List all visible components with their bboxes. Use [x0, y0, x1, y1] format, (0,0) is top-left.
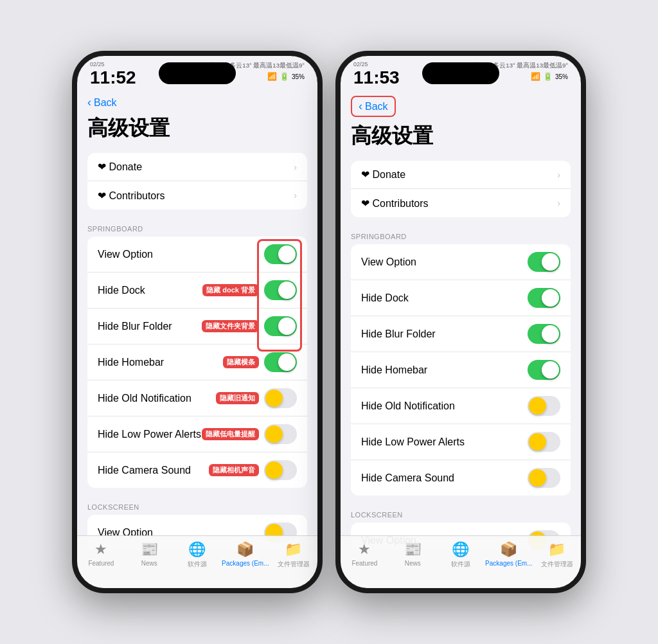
hide-old-notif-toggle-2[interactable]: [528, 396, 560, 416]
toggle-highlight-box: [257, 239, 302, 352]
back-label-2: Back: [365, 101, 388, 112]
featured-label-1: Featured: [88, 560, 114, 567]
battery-icon-2: 🔋: [543, 72, 553, 81]
tab-packages-2[interactable]: 📦 Packages (Em...: [485, 541, 533, 567]
hide-low-power-row-2[interactable]: Hide Low Power Alerts: [351, 424, 571, 460]
springboard-group-2: View Option Hide Dock Hide: [351, 244, 571, 496]
hide-homebar-label-1: Hide Homebar: [98, 357, 164, 368]
hide-low-power-row-1[interactable]: Hide Low Power Alerts 隐藏低电量提醒: [87, 416, 307, 452]
status-icons-2: 📶 🔋 35%: [531, 72, 568, 81]
hide-camera-sound-toggle-1[interactable]: [264, 460, 297, 480]
hide-camera-sound-row-1[interactable]: Hide Camera Sound 隐藏相机声音: [87, 452, 307, 488]
hide-blur-folder-label-1: Hide Blur Folder: [98, 321, 172, 332]
news-label-1: News: [141, 560, 157, 567]
links-group-2: ❤ Donate › ❤ Contributors ›: [351, 161, 571, 217]
tab-news-1[interactable]: 📰 News: [125, 541, 173, 567]
tab-news-2[interactable]: 📰 News: [389, 541, 437, 567]
tab-featured-1[interactable]: ★ Featured: [77, 541, 125, 567]
status-date-2: 02/25: [353, 61, 400, 67]
files-icon-2: 📁: [548, 541, 565, 558]
tab-files-2[interactable]: 📁 文件管理器: [533, 541, 581, 569]
springboard-header-1: SPRINGBOARD: [77, 222, 317, 237]
featured-label-2: Featured: [351, 560, 377, 567]
hide-camera-sound-label-1: Hide Camera Sound: [98, 465, 191, 476]
battery-percent-1: 35%: [292, 73, 305, 80]
tab-packages-1[interactable]: 📦 Packages (Em...: [221, 541, 269, 567]
tab-featured-2[interactable]: ★ Featured: [341, 541, 389, 567]
featured-icon-2: ★: [358, 541, 371, 558]
hide-low-power-label-1: Hide Low Power Alerts: [98, 429, 201, 440]
page-title-2: 高级设置: [341, 120, 581, 161]
tab-bar-2: ★ Featured 📰 News 🌐 软件源 📦 Packages (Em..…: [341, 535, 581, 588]
sources-icon-1: 🌐: [188, 541, 206, 558]
sources-icon-2: 🌐: [452, 541, 469, 558]
hide-blur-folder-row-2[interactable]: Hide Blur Folder: [351, 316, 571, 352]
tab-sources-1[interactable]: 🌐 软件源: [173, 541, 222, 569]
phone-1: 02/25 11:52 青鸟区 多云13° 最高温13最低温9° 📶 🔋 35%: [72, 51, 323, 593]
hide-old-notif-row-2[interactable]: Hide Old Notification: [351, 388, 571, 424]
contributors-row-2[interactable]: ❤ Contributors ›: [351, 189, 571, 217]
hide-dock-toggle-2[interactable]: [528, 288, 560, 308]
hide-old-notif-toggle-1[interactable]: [264, 388, 297, 408]
tab-sources-2[interactable]: 🌐 软件源: [437, 541, 485, 569]
screen-content-2[interactable]: ‹ Back 高级设置 ❤ Donate › ❤ Contributors ›: [341, 91, 581, 550]
hide-homebar-toggle-1[interactable]: [264, 352, 297, 372]
status-time-2: 11:53: [353, 69, 400, 87]
packages-icon-1: 📦: [236, 541, 254, 558]
tab-files-1[interactable]: 📁 文件管理器: [269, 541, 317, 569]
back-button-2[interactable]: ‹ Back: [351, 96, 396, 117]
status-date-1: 02/25: [90, 61, 136, 67]
camera-annotation: 隐藏相机声音: [209, 464, 259, 476]
phone-2: 02/25 11:53 青鸟区 多云13° 最高温13最低温9° 📶 🔋 35%: [335, 51, 586, 593]
hide-low-power-label-2: Hide Low Power Alerts: [361, 436, 465, 448]
page-title-1: 高级设置: [77, 112, 317, 153]
hide-homebar-label-2: Hide Homebar: [361, 364, 427, 376]
view-option-row-2[interactable]: View Option: [351, 244, 571, 280]
springboard-section-2: SPRINGBOARD View Option Hide Dock: [341, 230, 581, 496]
hide-homebar-row-2[interactable]: Hide Homebar: [351, 352, 571, 388]
dynamic-island-2: [422, 62, 499, 84]
hide-old-notif-row-1[interactable]: Hide Old Notification 隐藏旧通知: [87, 380, 307, 416]
signal-icon: 📶: [267, 72, 277, 81]
back-chevron-icon-1: ‹: [87, 96, 91, 109]
view-option-label-1: View Option: [98, 249, 153, 260]
featured-icon-1: ★: [94, 541, 107, 558]
hide-low-power-toggle-1[interactable]: [264, 424, 297, 444]
contributors-chevron-1: ›: [294, 190, 297, 201]
back-label-1: Back: [94, 97, 117, 109]
nav-bar-1: ‹ Back: [77, 91, 317, 112]
hide-low-power-toggle-2[interactable]: [528, 432, 560, 452]
dynamic-island-1: [159, 62, 236, 84]
view-option-toggle-2[interactable]: [528, 252, 560, 272]
hide-old-notif-label-1: Hide Old Notification: [98, 393, 191, 404]
donate-label-2: ❤ Donate: [361, 168, 405, 181]
hide-blur-toggle-2[interactable]: [528, 324, 560, 344]
battery-percent-2: 35%: [555, 73, 568, 80]
donate-label-1: ❤ Donate: [98, 161, 142, 173]
news-icon-2: 📰: [404, 541, 422, 558]
phones-container: 02/25 11:52 青鸟区 多云13° 最高温13最低温9° 📶 🔋 35%: [72, 51, 586, 593]
donate-row-1[interactable]: ❤ Donate ›: [87, 153, 307, 181]
contributors-label-2: ❤ Contributors: [361, 197, 429, 210]
battery-icon: 🔋: [280, 72, 289, 81]
springboard-header-2: SPRINGBOARD: [341, 230, 581, 244]
contributors-row-1[interactable]: ❤ Contributors ›: [87, 181, 307, 210]
sources-label-1: 软件源: [188, 560, 207, 569]
hide-homebar-toggle-2[interactable]: [528, 360, 560, 380]
donate-row-2[interactable]: ❤ Donate ›: [351, 161, 571, 189]
hide-dock-row-2[interactable]: Hide Dock: [351, 280, 571, 316]
lockscreen-header-1: LOCKSCREEN: [77, 501, 317, 515]
springboard-section-1: SPRINGBOARD 打开开关 View Option: [77, 222, 317, 488]
news-label-2: News: [405, 560, 421, 567]
nav-bar-2: ‹ Back: [341, 91, 581, 120]
hide-camera-sound-toggle-2[interactable]: [528, 468, 560, 488]
files-label-2: 文件管理器: [541, 560, 573, 569]
back-chevron-icon-2: ‹: [359, 100, 362, 113]
lockscreen-header-2: LOCKSCREEN: [341, 508, 581, 523]
view-option-label-2: View Option: [361, 256, 416, 268]
back-button-1[interactable]: ‹ Back: [87, 96, 117, 109]
screen-content-1[interactable]: ‹ Back 高级设置 ❤ Donate › ❤ Contributors ›: [77, 91, 317, 550]
donate-chevron-2: ›: [557, 170, 560, 180]
hide-camera-sound-row-2[interactable]: Hide Camera Sound: [351, 460, 571, 496]
donate-chevron-1: ›: [294, 162, 297, 172]
